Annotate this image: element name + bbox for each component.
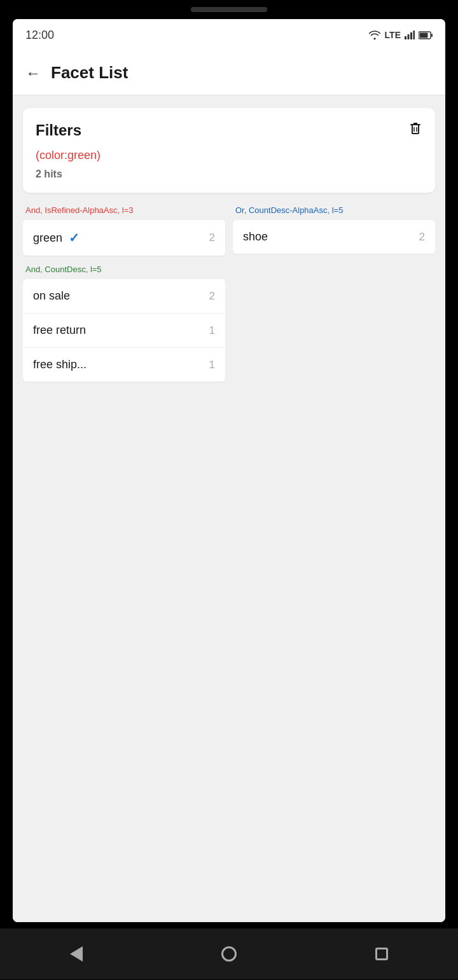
nav-back-button[interactable] (65, 942, 88, 965)
notch-pill (191, 7, 267, 12)
facet-item-freereturn[interactable]: free return 1 (23, 314, 225, 348)
svg-rect-5 (420, 32, 428, 38)
nav-recents-button[interactable] (370, 942, 393, 965)
facet-name-freeship: free ship... (33, 358, 87, 371)
nav-home-circle-icon (221, 946, 237, 962)
svg-rect-2 (410, 32, 412, 39)
android-nav-bar (0, 928, 458, 979)
svg-rect-0 (405, 36, 406, 39)
lte-label: LTE (385, 30, 401, 40)
facet-item-shoe[interactable]: shoe 2 (233, 220, 435, 254)
sort-label-and-isrefined: And, IsRefined-AlphaAsc, l=3 (23, 205, 225, 215)
status-icons: LTE (368, 30, 433, 40)
page-title: Facet List (51, 63, 128, 83)
facet-count-onsale: 2 (209, 290, 215, 303)
svg-rect-1 (408, 34, 410, 39)
facet-column-left: And, IsRefined-AlphaAsc, l=3 green ✓ 2 A… (23, 205, 225, 382)
sort-label-or-countdesc: Or, CountDesc-AlphaAsc, l=5 (233, 205, 435, 215)
facet-columns: And, IsRefined-AlphaAsc, l=3 green ✓ 2 A… (23, 205, 435, 382)
facet-item-left: green ✓ (33, 230, 80, 245)
delete-filters-button[interactable] (408, 121, 422, 140)
filter-hits: 2 hits (36, 169, 422, 180)
sort-label-and-countdesc: And, CountDesc, l=5 (23, 265, 225, 274)
facet-column-right: Or, CountDesc-AlphaAsc, l=5 shoe 2 (233, 205, 435, 382)
facet-item-green[interactable]: green ✓ 2 (23, 220, 225, 256)
facet-count-freeship: 1 (209, 359, 215, 371)
battery-icon (419, 31, 433, 39)
nav-recents-square-icon (375, 948, 388, 960)
facet-name-shoe: shoe (243, 230, 268, 244)
facet-list-right: shoe 2 (233, 220, 435, 254)
screen: 12:00 LTE (13, 19, 445, 922)
back-button[interactable]: ← (25, 64, 41, 82)
filters-title: Filters (36, 121, 81, 139)
filters-header: Filters (36, 121, 422, 140)
facet-item-onsale[interactable]: on sale 2 (23, 279, 225, 314)
wifi-icon (368, 30, 381, 40)
header: ← Facet List (13, 51, 445, 95)
status-time: 12:00 (25, 29, 54, 42)
facet-list-top-left: green ✓ 2 (23, 220, 225, 256)
facet-list-bottom-left: on sale 2 free return 1 free ship... 1 (23, 279, 225, 382)
notch-bar (0, 0, 458, 19)
signal-icon (405, 31, 415, 39)
filters-card: Filters (color:green) 2 hits (23, 108, 435, 193)
facet-name-green: green (33, 231, 62, 245)
status-bar: 12:00 LTE (13, 19, 445, 51)
facet-check-green: ✓ (69, 230, 80, 245)
facet-count-shoe: 2 (419, 231, 425, 244)
content-area: Filters (color:green) 2 hits (13, 95, 445, 922)
facet-count-freereturn: 1 (209, 324, 215, 337)
device-frame: 12:00 LTE (0, 0, 458, 980)
facet-name-onsale: on sale (33, 289, 70, 303)
svg-rect-7 (412, 125, 419, 134)
svg-rect-6 (431, 34, 433, 37)
facet-item-freeship[interactable]: free ship... 1 (23, 348, 225, 382)
nav-home-button[interactable] (218, 942, 240, 965)
facet-count-green: 2 (209, 231, 215, 244)
nav-back-triangle-icon (70, 946, 83, 962)
svg-rect-3 (413, 31, 415, 39)
facet-name-freereturn: free return (33, 324, 86, 337)
filter-query: (color:green) (36, 149, 422, 162)
